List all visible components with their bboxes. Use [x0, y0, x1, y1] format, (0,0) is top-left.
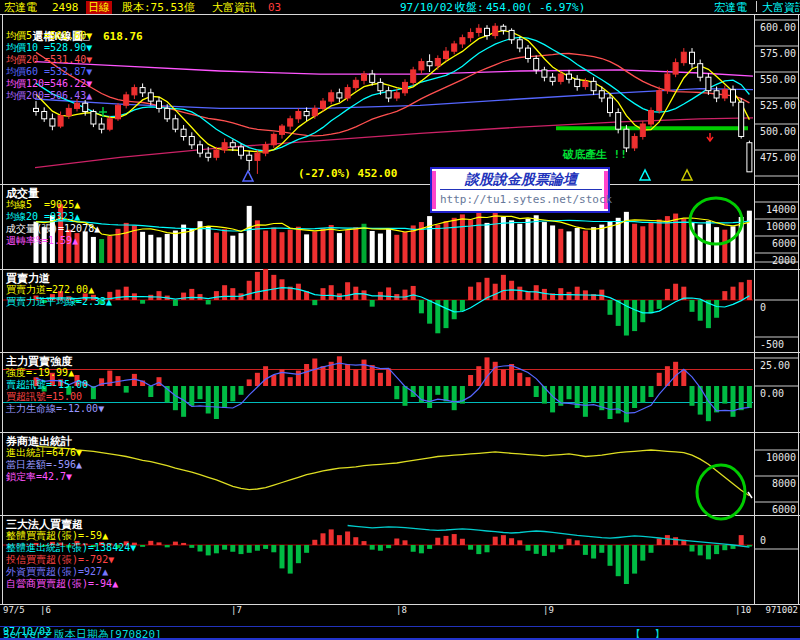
broker-tick: 8000: [756, 478, 796, 489]
vendor-label: 大富資訊: [212, 1, 256, 14]
legend-inst-net: 整體買賣超(張)=-59▲: [6, 530, 108, 541]
header-right-stock: 宏達電: [714, 1, 747, 14]
strength-tick: 0.00: [760, 388, 784, 399]
inst-tick: 0: [760, 535, 766, 546]
price-tick: 550.00: [760, 74, 796, 85]
legend-vol-ma5: 均線5 =9025▲: [6, 199, 80, 210]
price-tick: 575.00: [760, 48, 796, 59]
stock-code: 2498: [52, 1, 79, 14]
price-tick: 525.00: [760, 100, 796, 111]
legend-daily-diff: 當日差額=-596▲: [6, 459, 82, 470]
stock-name: 宏達電: [4, 1, 37, 14]
header-close-label: 收盤:: [455, 1, 484, 14]
legend-broker-stat: 進出統計=6476▼: [6, 447, 82, 458]
forum-title: 談股說金股票論壇: [440, 171, 602, 190]
legend-turnover: 週轉率%=1.59▲: [6, 235, 78, 246]
legend-overbuy: 買超訊號=15.00: [6, 391, 82, 402]
session-code: 03: [268, 1, 281, 14]
legend-strength: 強度=-19.99▲: [6, 367, 74, 378]
vol-tick: 2000: [756, 255, 796, 266]
broker-tick: 10000: [756, 452, 796, 463]
price-tick: 500.00: [760, 126, 796, 137]
legend-lifeline: 主力生命線=-12.00▼: [6, 403, 104, 414]
period-badge[interactable]: 日線: [86, 1, 112, 14]
header-divider: [756, 1, 757, 12]
legend-oversell: 賣超訊號=-15.00: [6, 379, 88, 390]
power-tick: -500: [760, 339, 784, 350]
broker-tick: 6000: [756, 504, 796, 515]
legend-power: 買賣力道=272.00▲: [6, 284, 94, 295]
vol-tick: 10000: [756, 221, 796, 232]
legend-trust: 投信買賣超(張)=-792▼: [6, 554, 114, 565]
capital-label: 股本:75.53億: [122, 1, 195, 14]
vol-tick: 14000: [756, 204, 796, 215]
legend-lock-rate: 鎖定率=42.7▼: [6, 471, 72, 482]
price-tick: 475.00: [760, 152, 796, 163]
forum-url[interactable]: http://tu1.sytes.net/stock: [440, 193, 602, 206]
legend-foreign: 外資買賣超(張)=927▲: [6, 566, 108, 577]
legend-inst-total: 整體進出統計(張)=138424▼: [6, 542, 136, 553]
header-date: 97/10/02: [400, 1, 453, 14]
strength-tick: 25.00: [760, 360, 790, 371]
price-tick: 600.00: [760, 22, 796, 33]
power-tick: 0: [760, 302, 766, 313]
header-right-vendor: 大富資訊: [762, 1, 800, 14]
trading-app-window: 宏達電 2498 日線 股本:75.53億 大富資訊 03 97/10/02 收…: [0, 0, 800, 640]
period-high: 618.76: [103, 30, 143, 43]
vol-tick: 6000: [756, 238, 796, 249]
forum-accent-left: [432, 171, 436, 209]
legend-dealer: 自營商買賣超(張)=-94▲: [6, 578, 118, 589]
break-note: 破底產生 !!: [563, 147, 627, 162]
forum-ad-box: 談股說金股票論壇 http://tu1.sytes.net/stock: [430, 167, 610, 213]
legend-power-avg: 買賣力道平均線=2.33▲: [6, 296, 112, 307]
header-close-value: 454.00( -6.97%): [486, 1, 585, 14]
title-bar: 宏達電 2498 日線 股本:75.53億 大富資訊 03 97/10/02 收…: [0, 0, 800, 14]
drop-note: (-27.0%) 452.00: [298, 167, 397, 180]
legend-vol-ma20: 均線20 =9323▲: [6, 211, 80, 222]
legend-vol-today: 成交量(張)=12078▲: [6, 223, 100, 234]
